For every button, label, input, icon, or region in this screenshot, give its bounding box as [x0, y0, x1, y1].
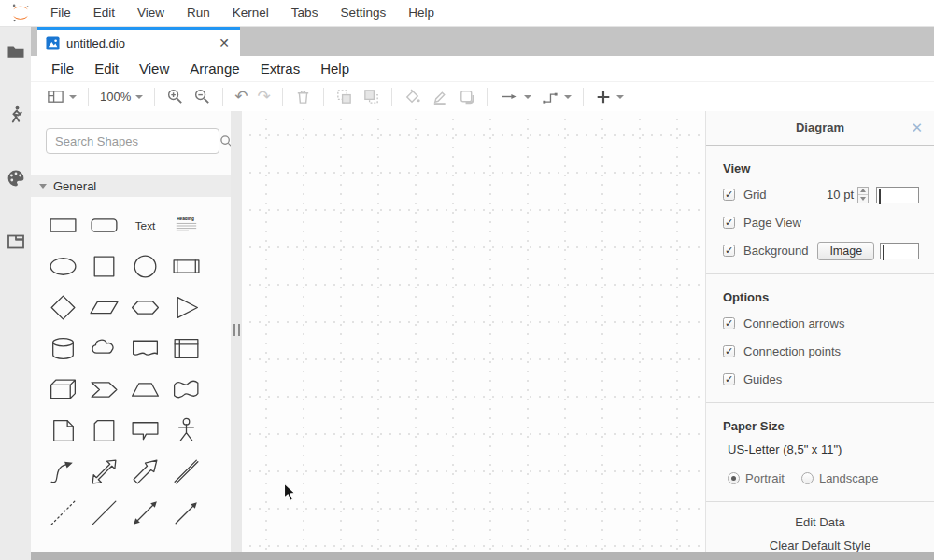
shape-cloud[interactable] [83, 328, 124, 369]
jupyter-activity-bar [0, 27, 31, 560]
shape-circle[interactable] [124, 245, 165, 287]
page-view-label: Page View [743, 216, 801, 230]
grid-checkbox[interactable] [723, 189, 735, 201]
zoom-in-button[interactable] [162, 85, 189, 109]
shape-line[interactable] [83, 492, 124, 533]
shape-document[interactable] [124, 328, 165, 369]
tab-title: untitled.dio [66, 36, 217, 50]
bottom-status-bar [31, 552, 934, 560]
grid-color-swatch[interactable] [876, 187, 919, 203]
background-color-swatch[interactable] [880, 243, 919, 259]
tab-untitled-dio[interactable]: untitled.dio ✕ [37, 27, 240, 56]
shape-note[interactable] [42, 410, 83, 451]
shape-ellipse[interactable] [42, 245, 83, 287]
paper-size-section: Paper Size US-Letter (8,5" x 11") Portra… [706, 403, 934, 502]
connection-style-button[interactable] [494, 85, 536, 109]
jp-menu-run[interactable]: Run [176, 0, 221, 26]
shape-arrow[interactable] [124, 451, 165, 492]
panel-close-icon[interactable]: ✕ [911, 111, 923, 145]
to-back-button[interactable] [358, 85, 385, 109]
shape-rounded-rectangle[interactable] [83, 204, 124, 245]
file-browser-icon[interactable] [6, 41, 26, 62]
dio-menu-extras[interactable]: Extras [250, 56, 311, 81]
grid-size-stepper[interactable] [857, 187, 869, 203]
shape-callout[interactable] [124, 410, 165, 451]
shape-bidirectional-connector[interactable] [124, 492, 165, 533]
redo-button[interactable]: ↷ [253, 85, 276, 109]
shape-step[interactable] [83, 369, 124, 410]
background-image-button[interactable]: Image [817, 242, 874, 260]
zoom-select[interactable]: 100% [95, 85, 148, 109]
shape-link[interactable] [165, 451, 206, 492]
shape-textbox[interactable]: Heading [165, 204, 206, 245]
background-checkbox[interactable] [723, 245, 735, 257]
dio-menu-help[interactable]: Help [310, 56, 360, 81]
chevron-down-icon [524, 95, 531, 99]
shape-square[interactable] [83, 245, 124, 287]
shape-actor[interactable] [165, 410, 206, 451]
paper-size-select[interactable]: US-Letter (8,5" x 11") [728, 442, 919, 456]
shape-curve[interactable] [42, 451, 83, 492]
page-view-checkbox[interactable] [723, 217, 735, 229]
jupyter-logo-icon[interactable] [9, 3, 32, 23]
dio-menu-edit[interactable]: Edit [84, 56, 129, 81]
panel-collapse-handle[interactable] [234, 324, 240, 336]
command-palette-icon[interactable] [6, 168, 26, 189]
connection-arrows-row: Connection arrows [723, 315, 919, 332]
shape-diamond[interactable] [42, 287, 83, 328]
delete-button[interactable] [290, 85, 317, 109]
shape-tape[interactable] [165, 369, 206, 410]
grid-size-value[interactable]: 10 pt [827, 188, 854, 202]
edit-data-link[interactable]: Edit Data [706, 515, 934, 529]
insert-button[interactable] [590, 85, 629, 109]
shape-search-box [46, 128, 219, 154]
shape-triangle[interactable] [165, 287, 206, 328]
jp-menu-settings[interactable]: Settings [329, 0, 397, 26]
clear-default-style-link[interactable]: Clear Default Style [706, 539, 934, 553]
guides-checkbox[interactable] [723, 373, 735, 385]
page-view-row: Page View [723, 214, 919, 231]
orientation-row: Portrait Landscape [728, 469, 919, 487]
shape-internal-storage[interactable] [165, 328, 206, 369]
shape-cube[interactable] [42, 369, 83, 410]
shape-text[interactable]: Text [124, 204, 165, 245]
jp-menu-file[interactable]: File [39, 0, 82, 26]
portrait-radio[interactable] [728, 472, 740, 484]
shape-bidirectional-arrow[interactable] [83, 451, 124, 492]
shape-dashed-line[interactable] [42, 492, 83, 533]
waypoint-style-button[interactable] [536, 85, 576, 109]
mouse-cursor [283, 483, 297, 506]
to-front-button[interactable] [331, 85, 358, 109]
undo-button[interactable]: ↶ [230, 85, 252, 109]
dio-menu-file[interactable]: File [41, 56, 84, 81]
connection-points-checkbox[interactable] [723, 345, 735, 357]
shape-search-input[interactable] [47, 134, 219, 148]
shape-cylinder[interactable] [42, 328, 83, 369]
jp-menu-help[interactable]: Help [397, 0, 446, 26]
jp-menu-tabs[interactable]: Tabs [280, 0, 330, 26]
fill-color-button[interactable] [399, 85, 426, 109]
tab-close-icon[interactable]: ✕ [217, 35, 232, 50]
shape-card[interactable] [83, 410, 124, 451]
zoom-out-button[interactable] [189, 85, 216, 109]
jp-menu-view[interactable]: View [126, 0, 176, 26]
landscape-radio[interactable] [801, 472, 814, 484]
shape-directional-connector[interactable] [165, 492, 206, 533]
dio-menu-arrange[interactable]: Arrange [179, 56, 249, 81]
shape-section-general[interactable]: General [31, 175, 231, 197]
page-view-button[interactable] [42, 85, 81, 109]
dio-menu-view[interactable]: View [129, 56, 179, 81]
line-color-button[interactable] [426, 85, 453, 109]
jp-menu-kernel[interactable]: Kernel [221, 0, 280, 26]
connection-arrows-checkbox[interactable] [723, 317, 735, 329]
shape-parallelogram[interactable] [83, 287, 124, 328]
shape-process[interactable] [165, 245, 206, 287]
open-tabs-icon[interactable] [6, 231, 26, 252]
jp-menu-edit[interactable]: Edit [82, 0, 126, 26]
shape-rectangle[interactable] [42, 204, 83, 245]
portrait-label: Portrait [745, 471, 785, 485]
shape-hexagon[interactable] [124, 287, 165, 328]
running-sessions-icon[interactable] [6, 105, 26, 125]
shape-trapezoid[interactable] [124, 369, 165, 410]
shadow-button[interactable] [453, 85, 480, 109]
